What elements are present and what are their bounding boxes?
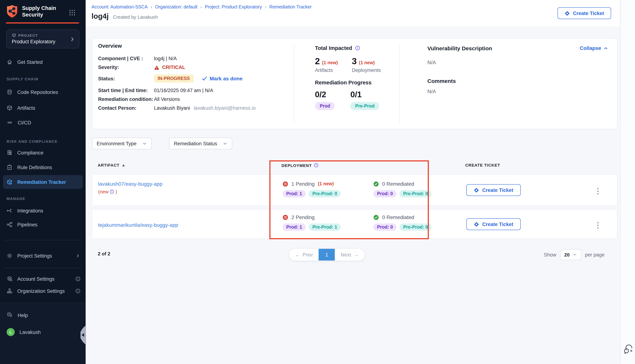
sidebar-item-compliance[interactable]: Compliance xyxy=(0,146,86,159)
sidebar-item-rule-definitions[interactable]: Rule Definitions xyxy=(0,161,86,174)
sidebar-divider xyxy=(5,268,81,268)
sidebar-label: Account Settings xyxy=(17,276,55,282)
info-icon[interactable] xyxy=(75,276,81,282)
remediated-prod-badge: Prod: 0 xyxy=(373,190,396,198)
row-menu-kebab-icon[interactable] xyxy=(596,186,600,196)
product-title: Supply Chain Security xyxy=(22,5,56,18)
chevron-up-icon xyxy=(603,46,608,50)
sidebar-item-integrations[interactable]: Integrations xyxy=(0,204,86,217)
collapse-link[interactable]: Collapse xyxy=(580,45,608,51)
comments-heading: Comments xyxy=(427,78,608,84)
pending-icon xyxy=(283,181,288,186)
remediated-icon xyxy=(373,214,379,220)
pending-new: (1 new) xyxy=(318,181,334,186)
remediated-preprod-badge: Pre-Prod: 0 xyxy=(399,224,432,231)
check-icon xyxy=(201,76,207,81)
sidebar-label: Pipelines xyxy=(17,222,38,227)
sidebar-label: Remediation Tracker xyxy=(17,179,66,185)
sidebar-item-code-repositories[interactable]: Code Repositories xyxy=(0,86,86,98)
gear-icon xyxy=(7,253,13,259)
info-icon[interactable] xyxy=(75,288,81,294)
sidebar-label: Get Started xyxy=(17,59,43,65)
breadcrumb-project[interactable]: Project: Product Exploratory xyxy=(205,4,262,10)
remediated-group: 0 Remediated Prod: 0 Pre-Prod: 0 xyxy=(373,214,432,231)
vulnerability-section: Vulnerability Description Collapse N/A C… xyxy=(427,45,608,94)
remediated-preprod-badge: Pre-Prod: 0 xyxy=(399,190,432,198)
project-selector[interactable]: PROJECT Product Exploratory xyxy=(6,29,79,48)
artifact-new-tag: (new ) xyxy=(98,189,162,194)
sidebar-label: CI/CD xyxy=(18,120,31,125)
sidebar-item-cicd[interactable]: CI/CD xyxy=(0,116,86,129)
sidebar-label: Organization Settings xyxy=(17,288,65,294)
home-icon xyxy=(7,59,13,65)
page-header: Account: Automation-SSCA › Organization:… xyxy=(86,0,619,26)
contact-name: Lavakush Biyani xyxy=(154,105,190,111)
sidebar-item-help[interactable]: Help xyxy=(0,309,86,322)
artifact-link[interactable]: tejakummarikuntla/easy-buggy-app xyxy=(98,222,178,228)
contact-label: Contact Person: xyxy=(98,105,154,111)
comments-value: N/A xyxy=(427,88,608,94)
page-size-select[interactable]: 20 xyxy=(560,249,581,260)
collapse-left-icon xyxy=(81,333,84,337)
breadcrumb-page[interactable]: Remediation Tracker xyxy=(269,4,312,10)
component-cve-label: Component | CVE : xyxy=(98,56,154,61)
info-icon[interactable] xyxy=(314,163,319,168)
pending-icon xyxy=(283,214,288,220)
prev-page-button[interactable]: ← Prev xyxy=(289,248,319,261)
table-row: lavakush07/easy-buggy-app (new ) 1 Pendi… xyxy=(92,174,617,206)
sidebar-item-project-settings[interactable]: Project Settings xyxy=(0,250,86,262)
sidebar-item-user[interactable]: L Lavakush xyxy=(0,326,86,338)
pending-preprod-badge: Pre-Prod: 0 xyxy=(309,190,341,198)
create-ticket-button-row[interactable]: Create Ticket xyxy=(466,218,521,230)
remediation-status-filter[interactable]: Remediation Status xyxy=(169,138,232,149)
sidebar-item-get-started[interactable]: Get Started xyxy=(0,56,86,68)
overview-card: Overview Component | CVE : log4j | N/A S… xyxy=(92,38,617,129)
mark-as-done-link[interactable]: Mark as done xyxy=(201,76,243,82)
breadcrumb-account[interactable]: Account: Automation-SSCA xyxy=(92,4,148,10)
arrow-right-icon: → xyxy=(353,252,358,258)
remediated-group: 0 Remediated Prod: 0 Pre-Prod: 0 xyxy=(373,181,432,198)
sidebar: Supply Chain Security PROJECT Product Ex… xyxy=(0,0,86,364)
create-ticket-button-row[interactable]: Create Ticket xyxy=(466,184,521,196)
column-header-create-ticket: CREATE TICKET xyxy=(465,163,500,167)
pending-preprod-badge: Pre-Prod: 1 xyxy=(309,224,341,231)
module-grid-icon[interactable] xyxy=(69,10,75,16)
sidebar-item-pipelines[interactable]: Pipelines xyxy=(0,218,86,231)
sidebar-item-artifacts[interactable]: Artifacts xyxy=(0,102,86,114)
environment-type-filter[interactable]: Environment Type xyxy=(92,138,152,149)
sidebar-item-account-settings[interactable]: Account Settings xyxy=(0,273,86,285)
column-header-artifact[interactable]: ARTIFACT xyxy=(98,163,125,167)
info-icon[interactable] xyxy=(355,46,360,51)
app-root: Supply Chain Security PROJECT Product Ex… xyxy=(0,0,635,364)
overview-heading: Overview xyxy=(98,43,289,49)
project-name: Product Exploratory xyxy=(12,39,55,44)
page-number-active[interactable]: 1 xyxy=(319,248,335,261)
product-logo[interactable]: Supply Chain Security xyxy=(6,4,56,18)
condition-label: Remediation condition: xyxy=(98,96,154,102)
info-icon[interactable] xyxy=(110,189,114,194)
document-search-icon xyxy=(7,150,13,156)
sidebar-label: Rule Definitions xyxy=(17,164,52,170)
table-row: tejakummarikuntla/easy-buggy-app 2 Pendi… xyxy=(92,209,617,239)
pending-group: 1 Pending (1 new) Prod: 1 Pre-Prod: 0 xyxy=(283,181,341,198)
brand-accent-line xyxy=(6,22,79,24)
chevron-right-icon xyxy=(75,253,81,258)
sidebar-item-remediation-tracker[interactable]: Remediation Tracker xyxy=(3,175,83,189)
diamond-icon xyxy=(474,222,479,227)
next-page-button[interactable]: Next → xyxy=(335,248,364,261)
support-chat-icon[interactable] xyxy=(623,344,633,354)
remediated-count: 0 Remediated xyxy=(382,181,414,187)
artifact-link[interactable]: lavakush07/easy-buggy-app xyxy=(98,181,162,187)
create-ticket-button-header[interactable]: Create Ticket xyxy=(557,7,611,19)
row-menu-kebab-icon[interactable] xyxy=(596,220,600,230)
per-page-label: per page xyxy=(585,252,605,258)
user-name: Lavakush xyxy=(20,329,41,335)
section-manage: MANAGE xyxy=(7,197,25,201)
created-by-text: Created by Lavakush xyxy=(113,15,158,20)
breadcrumb-organization[interactable]: Organization: default xyxy=(155,4,197,10)
sidebar-item-organization-settings[interactable]: Organization Settings xyxy=(0,285,86,297)
help-chat-icon xyxy=(7,312,13,318)
sidebar-label: Artifacts xyxy=(17,105,35,111)
contact-email[interactable]: lavakush.biyani@harness.io xyxy=(194,105,256,111)
diamond-icon xyxy=(564,10,570,16)
